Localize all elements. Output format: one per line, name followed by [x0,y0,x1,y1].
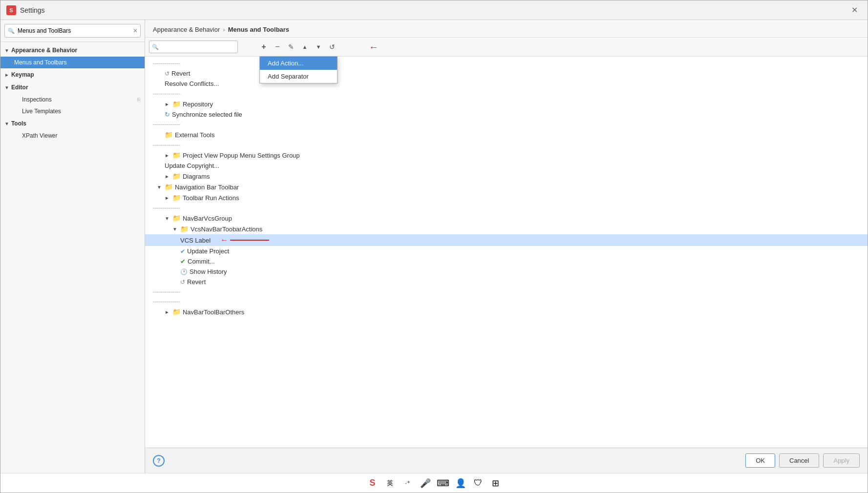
sidebar-item-live-templates[interactable]: Live Templates [0,105,145,117]
tree-item-revert2[interactable]: ↺ Revert [145,277,868,287]
taskbar-icon-dot[interactable]: ·⁺ [401,476,415,490]
nav-section-editor: ▼ Editor Inspections ⎘ Live Templates [0,81,145,117]
tree-item-external-tools[interactable]: 📁 External Tools [145,129,868,140]
bottom-right: OK Cancel Apply [745,453,860,468]
search-clear-button[interactable]: ✕ [133,27,138,34]
taskbar-icon-mic[interactable]: 🎤 [419,476,432,490]
sidebar-item-keymap[interactable]: ► Keymap [0,68,145,81]
tree-separator-3: -------------- [145,120,868,129]
red-arrow-indicator: ← [369,41,379,53]
revert-icon-2: ↺ [180,279,185,286]
tree-item-navbar-vcs-group[interactable]: ▼ 📁 NavBarVcsGroup [145,213,868,224]
tree-label-revert2: Revert [187,278,206,286]
tree-item-update-project[interactable]: ✔ Update Project [145,246,868,256]
tree-label-nav-bar: Navigation Bar Toolbar [175,184,239,191]
sidebar-item-inspections[interactable]: Inspections ⎘ [0,94,145,105]
tree-label-show-history: Show History [190,268,227,275]
sidebar-item-editor[interactable]: ▼ Editor [0,81,145,94]
tree-search-icon: 🔍 [152,44,159,50]
tree-item-vcs-navbar-toolbar[interactable]: ▼ 📁 VcsNavBarToobarActions [145,224,868,234]
taskbar-icon-shield[interactable]: 🛡 [471,476,485,490]
breadcrumb-current: Menus and Toolbars [228,26,289,33]
sidebar-item-xpath-viewer[interactable]: XPath Viewer [0,130,145,142]
tree-separator-4: -------------- [145,140,868,150]
titlebar: S Settings ✕ [0,0,868,20]
nav-section-keymap: ► Keymap [0,68,145,81]
tree-item-show-history[interactable]: 🕐 Show History [145,267,868,277]
tree-label-diagrams: Diagrams [183,173,210,180]
tree-label-vcs-label: VCS Label [180,237,211,244]
tree-separator-5: -------------- [145,203,868,213]
add-button[interactable]: + [257,41,270,53]
expand-arrow-repository: ► [165,102,169,107]
sidebar-item-appearance-behavior[interactable]: ▼ Appearance & Behavior [0,44,145,57]
reset-button[interactable]: ↺ [326,41,339,53]
bottom-left: ? [153,455,165,467]
sidebar-label-keymap: Keymap [11,71,34,78]
main-header: Appearance & Behavior › Menus and Toolba… [145,20,868,38]
move-down-button[interactable]: ▼ [312,41,325,53]
ok-button[interactable]: OK [745,453,775,468]
taskbar-icon-lang[interactable]: 英 [383,476,397,490]
folder-icon-vcs-toolbar: 📁 [180,225,189,233]
revert-icon-1: ↺ [165,70,169,77]
expand-arrow-navbar-vcs: ▼ [165,216,169,221]
expand-arrow-navbar-others: ► [165,309,169,315]
check-icon-update-project: ✔ [180,248,185,255]
taskbar-icon-user[interactable]: 👤 [454,476,467,490]
taskbar-icon-s[interactable]: S [366,476,380,490]
clock-icon-show-history: 🕐 [180,268,188,275]
cancel-button[interactable]: Cancel [779,453,819,468]
apply-button[interactable]: Apply [823,453,860,468]
sidebar-nav: ▼ Appearance & Behavior Menus and Toolba… [0,42,145,473]
close-button[interactable]: ✕ [847,3,862,18]
red-arrow-line [230,240,269,241]
sidebar-search-input[interactable] [4,24,141,38]
move-up-button[interactable]: ▲ [298,41,311,53]
tree-label-vcs-navbar-toolbar: VcsNavBarToobarActions [191,226,262,233]
tree-label-revert1: Revert [171,70,190,77]
tree-item-repository[interactable]: ► 📁 Repository [145,99,868,109]
tree-item-nav-bar-toolbar[interactable]: ▼ 📁 Navigation Bar Toolbar [145,182,868,192]
tree-label-update-copyright: Update Copyright... [165,162,219,169]
search-wrapper: 🔍 ✕ [4,24,141,38]
tree-item-commit[interactable]: ✔ Commit... [145,256,868,267]
tree-item-sync[interactable]: ↻ Synchronize selected file [145,109,868,120]
tree-item-project-view-popup[interactable]: ► 📁 Project View Popup Menu Settings Gro… [145,150,868,161]
tree-content[interactable]: -------------- ↺ Revert Resolve Conflict… [145,57,868,448]
tree-separator-6: -------------- [145,287,868,297]
folder-icon-diagrams: 📁 [172,172,181,180]
inspections-copy-icon: ⎘ [137,97,141,103]
remove-button[interactable]: − [271,41,284,53]
add-action-item[interactable]: Add Action... [260,57,337,70]
expand-arrow-keymap: ► [4,72,9,78]
help-button[interactable]: ? [153,455,165,467]
sidebar-item-tools[interactable]: ▼ Tools [0,117,145,130]
edit-button[interactable]: ✎ [285,41,297,53]
taskbar-icon-grid[interactable]: ⊞ [489,476,503,490]
folder-icon-nav-bar: 📁 [165,183,173,191]
tree-item-toolbar-run-actions[interactable]: ► 📁 Toolbar Run Actions [145,192,868,203]
tree-label-project-view: Project View Popup Menu Settings Group [183,152,300,159]
breadcrumb: Appearance & Behavior › Menus and Toolba… [153,26,860,33]
tree-search-wrapper: 🔍 [149,41,256,53]
sidebar-item-menus-toolbars[interactable]: Menus and Toolbars [0,57,145,68]
add-separator-item[interactable]: Add Separator [260,70,337,83]
app-icon: S [6,5,16,15]
nav-section-appearance: ▼ Appearance & Behavior Menus and Toolba… [0,44,145,68]
tree-search-input[interactable] [149,41,238,53]
folder-icon-external-tools: 📁 [165,131,173,139]
folder-icon-project-view: 📁 [172,151,181,159]
tree-item-vcs-label[interactable]: VCS Label ← [145,234,868,246]
tree-item-update-copyright[interactable]: Update Copyright... [145,161,868,171]
tree-item-resolve-conflicts[interactable]: Resolve Conflicts... [145,79,868,89]
expand-arrow-project-view: ► [165,153,169,158]
tree-item-navbar-toolbar-others[interactable]: ► 📁 NavBarToolBarOthers [145,307,868,317]
tree-label-repository: Repository [183,101,213,108]
tree-item-revert1[interactable]: ↺ Revert [145,68,868,79]
taskbar-icon-keyboard[interactable]: ⌨ [436,476,450,490]
window-title: Settings [20,6,847,14]
search-icon: 🔍 [8,28,15,34]
folder-icon-toolbar-run: 📁 [172,194,181,202]
tree-item-diagrams[interactable]: ► 📁 Diagrams [145,171,868,182]
